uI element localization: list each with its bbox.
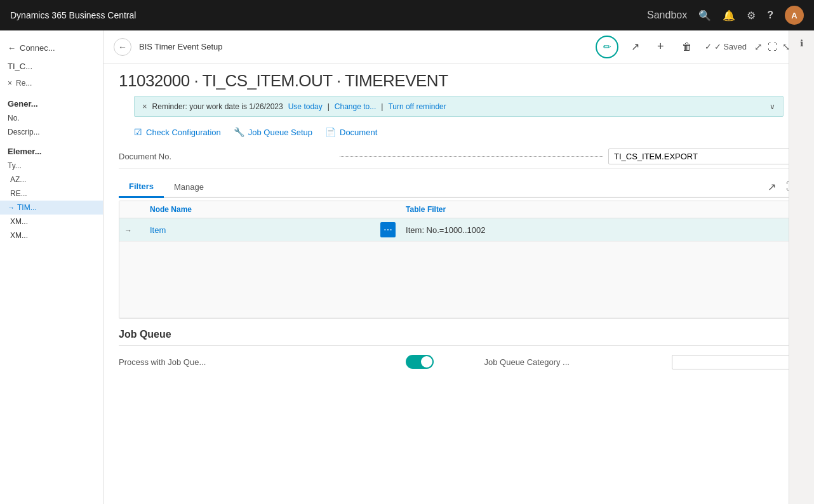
table-filter-cell[interactable]: Item: No.=1000..1002 xyxy=(401,218,798,242)
back-arrow-icon: ← xyxy=(8,43,16,53)
document-no-select[interactable]: TI_CS_ITEM.EXPORT ∨ xyxy=(608,149,799,164)
row-text: TIM... xyxy=(17,203,37,212)
list-item[interactable]: XM... xyxy=(0,229,104,242)
table-row-empty xyxy=(119,242,798,318)
no-field-label: No. xyxy=(0,111,104,125)
reminder-bar: × Reminder: your work date is 1/26/2023 … xyxy=(134,96,784,117)
filters-section-header: Filters Manage ↗ ⛶ xyxy=(119,176,799,198)
bell-icon[interactable]: 🔔 xyxy=(723,10,735,22)
reminder-chevron-icon[interactable]: ∨ xyxy=(770,102,775,111)
help-icon[interactable]: ? xyxy=(767,10,773,21)
use-today-link[interactable]: Use today xyxy=(288,102,323,111)
job-queue-setup-icon: 🔧 xyxy=(234,127,244,137)
checkmark-icon: ✓ xyxy=(705,42,712,51)
dialog: ← BIS Timer Event Setup ✏ ↗ + 🗑 ✓ ✓ Save… xyxy=(103,30,814,504)
fullscreen-icon[interactable]: ⛶ xyxy=(768,41,777,53)
action-bar: ☑ Check Configuration 🔧 Job Queue Setup … xyxy=(119,122,799,145)
check-configuration-label: Check Configuration xyxy=(146,128,221,137)
list-item-selected[interactable]: → TIM... xyxy=(0,201,104,215)
main-area: ← Connec... TI_C... × Re... Gener... No.… xyxy=(0,30,814,504)
sandbox-label: Sandbox xyxy=(647,10,687,21)
process-job-queue-label: Process with Job Que... xyxy=(119,357,398,367)
job-queue-setup-button[interactable]: 🔧 Job Queue Setup xyxy=(234,124,312,140)
share-button[interactable]: ↗ xyxy=(626,38,644,55)
process-job-queue-toggle[interactable] xyxy=(406,355,434,369)
row-arrow-icon: → xyxy=(8,204,15,211)
app-brand: Dynamics 365 Business Central xyxy=(10,10,136,20)
table-body: → Item ⋯ Item: No.=1000..1002 xyxy=(119,218,798,318)
edit-button[interactable]: ✏ xyxy=(596,36,618,58)
document-no-value: TI_CS_ITEM.EXPORT xyxy=(614,152,783,161)
type-field-label: Ty... xyxy=(0,159,104,173)
field-dotted-line xyxy=(340,156,603,157)
col-table-filter: Table Filter xyxy=(401,201,798,218)
document-no-field-row: Document No. TI_CS_ITEM.EXPORT ∨ xyxy=(119,145,799,169)
check-config-icon: ☑ xyxy=(134,127,142,137)
change-to-link[interactable]: Change to... xyxy=(335,102,376,111)
connection-label: Connec... xyxy=(20,43,55,53)
form-content: × Reminder: your work date is 1/26/2023 … xyxy=(103,96,814,504)
row-arrow-cell: → xyxy=(119,218,145,242)
empty-table-area xyxy=(119,242,798,318)
add-icon: + xyxy=(657,40,664,53)
job-queue-category-select[interactable]: ∨ xyxy=(672,355,799,369)
record-title: 11032000 · TI_CS_ITEM.OUT · TIMEREVENT xyxy=(103,63,814,96)
gear-icon[interactable]: ⚙ xyxy=(747,10,756,22)
tab-filters[interactable]: Filters xyxy=(119,176,164,198)
filters-share-icon[interactable]: ↗ xyxy=(765,178,778,196)
list-item[interactable]: AZ... xyxy=(0,173,104,187)
expand-icon[interactable]: ⤢ xyxy=(754,41,763,53)
search-icon[interactable]: 🔍 xyxy=(698,10,711,22)
data-table: Node Name Table Filter → Item ⋯ xyxy=(119,201,798,318)
right-panel-peek: ℹ xyxy=(789,30,814,504)
nav-right-area: Sandbox 🔍 🔔 ⚙ ? A xyxy=(647,6,804,25)
nav-brand-area: Dynamics 365 Business Central xyxy=(10,10,136,20)
document-button[interactable]: 📄 Document xyxy=(325,124,377,140)
left-panel: ← Connec... TI_C... × Re... Gener... No.… xyxy=(0,30,105,504)
row-text: XM... xyxy=(10,231,28,240)
row-text: XM... xyxy=(10,217,28,226)
row-arrow-icon: → xyxy=(124,226,132,235)
table-header: Node Name Table Filter xyxy=(119,201,798,218)
process-job-queue-row: Process with Job Que... Job Queue Catego… xyxy=(119,346,799,378)
table-header-row: Node Name Table Filter xyxy=(119,201,798,218)
col-node-name: Node Name xyxy=(145,201,375,218)
left-panel-back-button[interactable]: ← Connec... xyxy=(0,38,104,58)
row-actions-cell[interactable]: ⋯ xyxy=(375,218,401,242)
row-text: AZ... xyxy=(10,175,26,184)
edit-icon: ✏ xyxy=(603,41,611,53)
table-row[interactable]: → Item ⋯ Item: No.=1000..1002 xyxy=(119,218,798,242)
add-button[interactable]: + xyxy=(652,37,669,56)
dialog-title: BIS Timer Event Setup xyxy=(139,42,588,51)
col-arrow xyxy=(119,201,145,218)
job-queue-setup-label: Job Queue Setup xyxy=(248,128,312,137)
left-panel-filter-button[interactable]: × Re... xyxy=(0,75,104,91)
reminder-close-button[interactable]: × xyxy=(142,102,147,111)
share-icon: ↗ xyxy=(631,41,639,53)
turn-off-reminder-link[interactable]: Turn off reminder xyxy=(388,102,446,111)
reminder-text: Reminder: your work date is 1/26/2023 xyxy=(152,102,283,111)
description-field-label: Descrip... xyxy=(0,125,104,139)
delete-button[interactable]: 🗑 xyxy=(677,39,697,55)
row-actions-button[interactable]: ⋯ xyxy=(380,222,396,237)
tab-manage[interactable]: Manage xyxy=(164,177,214,197)
filter-label: Re... xyxy=(16,79,32,88)
list-item[interactable]: RE... xyxy=(0,187,104,201)
list-item[interactable]: XM... xyxy=(0,215,104,229)
toggle-thumb xyxy=(421,356,432,368)
col-actions xyxy=(375,201,401,218)
filters-table: Node Name Table Filter → Item ⋯ xyxy=(119,201,799,319)
avatar[interactable]: A xyxy=(785,6,804,25)
info-icon[interactable]: ℹ xyxy=(800,38,803,48)
elements-section-label: Elemer... xyxy=(0,139,104,159)
job-queue-category-label: Job Queue Category ... xyxy=(484,357,662,367)
document-no-label: Document No. xyxy=(119,152,335,161)
left-panel-main-title: TI_C... xyxy=(0,58,104,75)
delete-icon: 🗑 xyxy=(682,41,692,53)
back-icon: ← xyxy=(118,42,127,52)
node-name-cell[interactable]: Item xyxy=(145,218,375,242)
dialog-back-button[interactable]: ← xyxy=(114,38,131,56)
row-text: RE... xyxy=(10,189,27,198)
check-configuration-button[interactable]: ☑ Check Configuration xyxy=(134,124,221,140)
general-section-label: Gener... xyxy=(0,91,104,111)
